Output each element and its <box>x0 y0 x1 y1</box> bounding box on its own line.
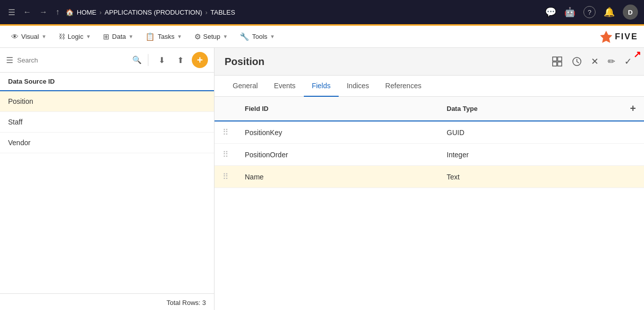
col-data-type[interactable]: Data Type <box>439 97 619 121</box>
home-label[interactable]: HOME <box>77 9 96 16</box>
action-cell <box>619 166 644 188</box>
drag-handle-icon[interactable]: ⠿ <box>223 172 229 181</box>
data-type-cell: Integer <box>439 144 619 166</box>
toolbar-divider-1 <box>148 54 148 66</box>
col-field-id[interactable]: Field ID <box>237 97 439 121</box>
sidebar-item-label: Vendor <box>8 139 30 147</box>
visual-icon: 👁 <box>11 32 19 41</box>
add-field-button[interactable]: + <box>630 103 636 114</box>
breadcrumb-sep-1: › <box>99 9 101 16</box>
menu-icon[interactable]: ☰ <box>6 6 17 19</box>
table-row: ⠿ Name Text <box>214 166 644 188</box>
nav-logic[interactable]: ⛓ Logic ▼ <box>53 30 96 43</box>
tools-dropdown-icon: ▼ <box>270 34 275 39</box>
panel-actions: ✕ ✏ ✓ ↗ <box>550 54 634 69</box>
right-panel: Position ✕ <box>214 48 644 310</box>
chat-icon[interactable]: 💬 <box>545 7 556 18</box>
table-header-row: Field ID Data Type + <box>214 97 644 121</box>
data-icon: ⊞ <box>103 32 110 41</box>
clock-icon <box>572 56 582 67</box>
nav-tools[interactable]: 🔧 Tools ▼ <box>235 29 280 44</box>
setup-dropdown-icon: ▼ <box>223 34 228 39</box>
up-icon[interactable]: ↑ <box>53 6 62 19</box>
nav-setup-label: Setup <box>203 33 221 40</box>
nav-tools-label: Tools <box>252 33 267 40</box>
robot-icon[interactable]: 🤖 <box>564 7 575 18</box>
check-icon: ✓ <box>624 56 632 67</box>
sidebar-list: Position Staff Vendor <box>0 91 214 293</box>
nav-tasks[interactable]: 📋 Tasks ▼ <box>140 29 187 44</box>
secondary-navigation: 👁 Visual ▼ ⛓ Logic ▼ ⊞ Data ▼ 📋 Tasks ▼ … <box>0 26 644 48</box>
tab-fields[interactable]: Fields <box>304 76 339 97</box>
sidebar-toolbar: ☰ 🔍 ⬇ ⬆ + <box>0 48 214 73</box>
save-button[interactable]: ✓ ↗ <box>622 54 634 69</box>
nav-tasks-label: Tasks <box>157 33 174 40</box>
field-id-cell[interactable]: PositionKey <box>237 121 439 144</box>
back-icon[interactable]: ← <box>21 6 33 19</box>
grid-icon <box>552 56 563 67</box>
five-logo-text: FIVE <box>615 32 638 42</box>
upload-button[interactable]: ⬆ <box>173 53 188 67</box>
breadcrumb: 🏠 HOME › APPLICATIONS (PRODUCTION) › TAB… <box>66 9 235 16</box>
action-cell <box>619 144 644 166</box>
nav-data[interactable]: ⊞ Data ▼ <box>98 29 138 44</box>
drag-handle-cell: ⠿ <box>214 121 237 144</box>
five-logo: FIVE <box>599 30 638 44</box>
bell-icon[interactable]: 🔔 <box>604 7 615 18</box>
col-add: + <box>619 97 644 121</box>
data-type-cell: GUID <box>439 121 619 144</box>
nav-logic-label: Logic <box>68 33 83 40</box>
forward-icon[interactable]: → <box>37 6 49 19</box>
tab-indices[interactable]: Indices <box>339 76 377 97</box>
tab-general[interactable]: General <box>225 76 266 97</box>
panel-header: Position ✕ <box>214 48 644 76</box>
help-icon[interactable]: ? <box>583 6 596 18</box>
panel-title: Position <box>225 56 550 68</box>
close-icon: ✕ <box>591 56 599 67</box>
tabs: General Events Fields Indices References <box>214 76 644 97</box>
download-button[interactable]: ⬇ <box>154 53 169 67</box>
table-row: ⠿ PositionKey GUID <box>214 121 644 144</box>
top-navigation: ☰ ← → ↑ 🏠 HOME › APPLICATIONS (PRODUCTIO… <box>0 0 644 24</box>
sidebar-item-vendor[interactable]: Vendor <box>0 133 214 153</box>
sidebar-item-staff[interactable]: Staff <box>0 112 214 133</box>
svg-marker-0 <box>600 31 612 43</box>
fields-table: Field ID Data Type + ⠿ PositionKey GUID <box>214 97 644 188</box>
breadcrumb-sep-2: › <box>205 9 207 16</box>
search-input[interactable] <box>17 56 128 64</box>
nav-visual-label: Visual <box>21 33 39 40</box>
main-content: ☰ 🔍 ⬇ ⬆ + Data Source ID Position Staff … <box>0 48 644 310</box>
five-logo-icon <box>599 30 613 44</box>
table-area: Field ID Data Type + ⠿ PositionKey GUID <box>214 97 644 310</box>
nav-data-label: Data <box>112 33 126 40</box>
nav-setup[interactable]: ⚙ Setup ▼ <box>189 29 233 44</box>
search-icon[interactable]: 🔍 <box>132 55 142 65</box>
nav-visual[interactable]: 👁 Visual ▼ <box>6 29 51 44</box>
data-type-cell: Text <box>439 166 619 188</box>
tab-events[interactable]: Events <box>266 76 304 97</box>
field-id-cell[interactable]: PositionOrder <box>237 144 439 166</box>
history-button[interactable] <box>570 54 584 69</box>
add-button[interactable]: + <box>192 52 208 68</box>
svg-rect-2 <box>558 57 562 61</box>
top-nav-right: 💬 🤖 ? 🔔 D <box>545 5 638 20</box>
drag-handle-icon[interactable]: ⠿ <box>223 150 229 159</box>
grid-view-button[interactable] <box>550 54 565 69</box>
drag-handle-icon[interactable]: ⠿ <box>223 128 229 137</box>
close-button[interactable]: ✕ <box>589 54 601 69</box>
edit-button[interactable]: ✏ <box>606 54 617 69</box>
tools-icon: 🔧 <box>240 32 249 41</box>
tab-references[interactable]: References <box>377 76 430 97</box>
avatar[interactable]: D <box>623 5 638 20</box>
tables-label[interactable]: TABLES <box>210 9 235 16</box>
svg-rect-4 <box>558 62 562 66</box>
sidebar: ☰ 🔍 ⬇ ⬆ + Data Source ID Position Staff … <box>0 48 214 310</box>
filter-icon: ☰ <box>6 55 13 65</box>
edit-icon: ✏ <box>608 56 615 67</box>
table-row: ⠿ PositionOrder Integer <box>214 144 644 166</box>
sidebar-item-position[interactable]: Position <box>0 91 214 112</box>
col-drag <box>214 97 237 121</box>
red-arrow-indicator: ↗ <box>633 49 641 60</box>
field-id-cell[interactable]: Name <box>237 166 439 188</box>
app-label[interactable]: APPLICATIONS (PRODUCTION) <box>104 9 202 16</box>
